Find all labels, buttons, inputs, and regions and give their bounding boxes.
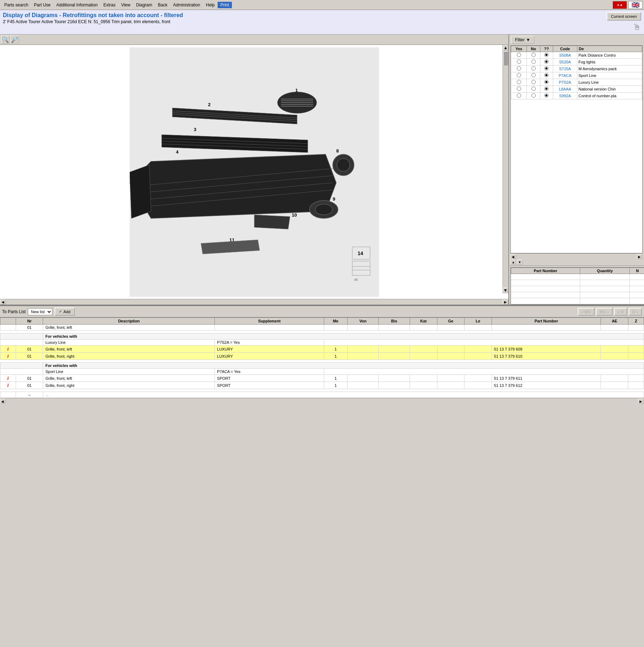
- col-description: Description: [43, 318, 215, 325]
- filter-yes-1[interactable]: [511, 59, 527, 66]
- filter-no-3[interactable]: [527, 72, 540, 79]
- svg-text:4E: 4E: [354, 278, 358, 281]
- mg-prev-button[interactable]: « MG: [578, 308, 594, 316]
- main-scroll-left[interactable]: ◄: [0, 399, 6, 404]
- zoom-out-button[interactable]: 🔎: [10, 36, 19, 43]
- diagram-hscroll[interactable]: ◄ ►: [0, 299, 508, 305]
- table-row: [0, 389, 644, 392]
- bottom-hscroll[interactable]: ◄ ►: [0, 398, 644, 404]
- filter-table: Yes No ?? Code De S508A Park Distance Co…: [511, 46, 642, 99]
- filter-code-4: P7S2A: [553, 79, 577, 86]
- cell-ae: [601, 325, 628, 331]
- filter-yes-2[interactable]: [511, 66, 527, 72]
- filter-hscroll[interactable]: ◄ ►: [510, 253, 643, 259]
- col-ae: AE: [601, 318, 628, 325]
- new-list-select[interactable]: New list: [28, 308, 52, 315]
- filter-yes-5[interactable]: [511, 86, 527, 93]
- cell-me: 1: [324, 346, 347, 353]
- main-scroll-right[interactable]: ►: [638, 399, 644, 404]
- scroll-thumb-v[interactable]: [503, 51, 508, 66]
- flag-de-button[interactable]: A◄: [613, 1, 627, 9]
- filter-no-4[interactable]: [527, 79, 540, 86]
- filter-qq-3[interactable]: [540, 72, 553, 79]
- filter-qq-2[interactable]: [540, 66, 553, 72]
- filter-qq-1[interactable]: [540, 59, 553, 66]
- cell-von: [347, 382, 379, 389]
- cell-ae: [601, 375, 628, 382]
- filter-no-5[interactable]: [527, 86, 540, 93]
- zoom-in-button[interactable]: 🔍: [1, 36, 10, 43]
- cell-z: [628, 346, 644, 353]
- diagram-vscroll[interactable]: ▲ ▼: [503, 45, 508, 293]
- cell-ge: [437, 375, 464, 382]
- filter-qq-5[interactable]: [540, 86, 553, 93]
- filter-yes-0[interactable]: [511, 52, 527, 59]
- filter-no-6[interactable]: [527, 93, 540, 99]
- filter-col-no: No: [527, 46, 540, 52]
- cell-nr: 01: [16, 325, 43, 331]
- cell-ae: [601, 353, 628, 360]
- cell-kat: [410, 353, 437, 360]
- mg-next-button[interactable]: MG »: [596, 308, 613, 316]
- filter-code-6: S992A: [553, 93, 577, 99]
- menu-additional-info[interactable]: Additional Information: [53, 2, 100, 8]
- col-me: Me: [324, 318, 347, 325]
- d-prev-button[interactable]: « D: [614, 308, 627, 316]
- svg-text:10: 10: [292, 212, 297, 218]
- filter-button[interactable]: Filter ▼: [511, 36, 534, 44]
- table-row: Luxury LineP7S2A = Yes: [0, 340, 644, 346]
- d-next-button[interactable]: D »: [629, 308, 642, 316]
- filter-nav-arrows: ▲ ▼: [509, 259, 644, 266]
- info-icon-cell: i: [0, 353, 16, 360]
- svg-text:2: 2: [208, 102, 211, 107]
- filter-qq-4[interactable]: [540, 79, 553, 86]
- add-button[interactable]: ✓ Add: [54, 307, 75, 316]
- menu-view[interactable]: View: [118, 2, 133, 8]
- scroll-down-btn[interactable]: ▼: [503, 288, 508, 293]
- filter-yes-4[interactable]: [511, 79, 527, 86]
- filter-code-3: P7ACA: [553, 72, 577, 79]
- cell-bis: [379, 353, 410, 360]
- filter-qq-6[interactable]: [540, 93, 553, 99]
- table-row: For vehicles with: [0, 363, 644, 369]
- filter-row: P7S2A Luxury Line: [511, 79, 642, 86]
- filter-scroll-left[interactable]: ◄: [510, 254, 516, 259]
- sub-label: Sport Line: [43, 369, 215, 375]
- filter-yes-3[interactable]: [511, 72, 527, 79]
- more-label: ...: [43, 392, 644, 398]
- title-area: Display of Diagrams - Retrofittings not …: [0, 10, 644, 35]
- cell-me: 1: [324, 382, 347, 389]
- filter-no-1[interactable]: [527, 59, 540, 66]
- filter-no-0[interactable]: [527, 52, 540, 59]
- scroll-up-btn[interactable]: ▲: [503, 45, 508, 51]
- cell-supplement: LUXURY: [215, 346, 324, 353]
- filter-nav-up[interactable]: ▲: [510, 260, 516, 265]
- menu-extras[interactable]: Extras: [100, 2, 118, 8]
- cell-bis: [379, 325, 410, 331]
- flag-gb-button[interactable]: 🇬🇧: [628, 1, 643, 9]
- filter-yes-6[interactable]: [511, 93, 527, 99]
- cell-desc: Grille, front, left: [43, 375, 215, 382]
- current-screen-button[interactable]: Current screen: [607, 12, 641, 21]
- menu-print[interactable]: Print: [218, 2, 232, 8]
- filter-qq-0[interactable]: [540, 52, 553, 59]
- menu-part-use[interactable]: Part Use: [31, 2, 53, 8]
- cell-le: [464, 382, 492, 389]
- svg-text:14: 14: [358, 250, 363, 256]
- menu-administration[interactable]: Administration: [170, 2, 203, 8]
- cell-bis: [379, 346, 410, 353]
- filter-scroll-right[interactable]: ►: [637, 254, 643, 259]
- menu-back[interactable]: Back: [155, 2, 170, 8]
- cell-part-number: 51 13 7 379 610: [492, 353, 601, 360]
- filter-no-2[interactable]: [527, 66, 540, 72]
- cell-kat: [410, 375, 437, 382]
- scroll-left-btn[interactable]: ◄: [0, 300, 6, 305]
- menu-diagram[interactable]: Diagram: [133, 2, 155, 8]
- filter-row: S520A Fog lights: [511, 59, 642, 66]
- table-row: –...: [0, 392, 644, 398]
- cell-bis: [379, 382, 410, 389]
- menu-parts-search[interactable]: Parts search: [1, 2, 31, 8]
- scroll-right-btn[interactable]: ►: [503, 300, 508, 305]
- filter-nav-down[interactable]: ▼: [517, 260, 523, 265]
- menu-help[interactable]: Help: [203, 2, 218, 8]
